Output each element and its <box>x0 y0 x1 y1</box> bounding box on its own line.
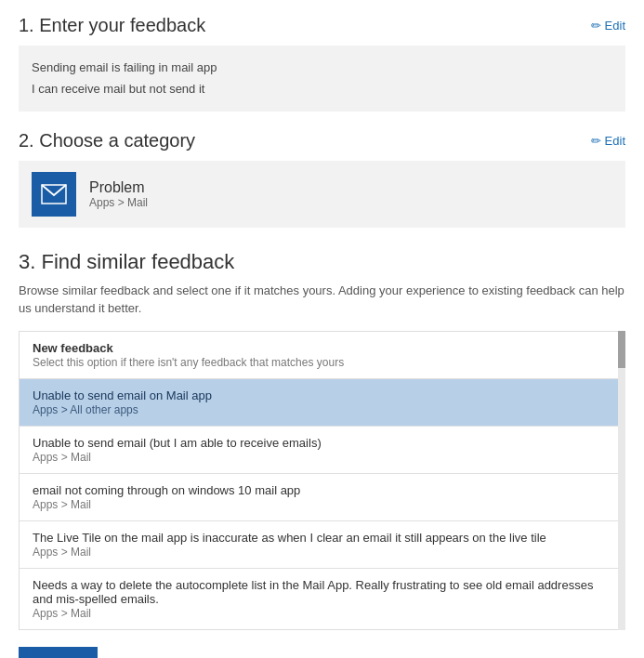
feedback-item-3[interactable]: The Live Tile on the mail app is inaccur… <box>20 521 624 569</box>
feedback-item-3-sub: Apps > Mail <box>33 546 611 559</box>
scrollbar-thumb[interactable] <box>618 331 625 368</box>
feedback-item-4-title: Needs a way to delete the autocomplete l… <box>33 578 611 606</box>
step2-title: 2. Choose a category <box>19 130 195 151</box>
feedback-item-0-sub: Apps > All other apps <box>33 403 611 416</box>
step2-edit-link[interactable]: ✏ Edit <box>591 134 625 148</box>
step3-section: 3. Find similar feedback Browse similar … <box>19 250 625 630</box>
feedback-item-new-sub: Select this option if there isn't any fe… <box>33 356 611 369</box>
step1-edit-label: Edit <box>605 19 625 33</box>
feedback-item-4-sub: Apps > Mail <box>33 607 611 620</box>
feedback-line-2: I can receive mail but not send it <box>32 78 612 99</box>
feedback-item-new-title: New feedback <box>33 341 611 355</box>
feedback-item-2-title: email not coming through on windows 10 m… <box>33 483 611 497</box>
step2-edit-label: Edit <box>605 134 625 148</box>
envelope-icon <box>41 184 67 204</box>
similar-feedback-list: New feedback Select this option if there… <box>19 331 625 630</box>
feedback-item-2[interactable]: email not coming through on windows 10 m… <box>20 474 624 521</box>
edit-pencil-icon-2: ✏ <box>591 134 601 148</box>
category-box: Problem Apps > Mail <box>19 161 625 228</box>
feedback-item-0-title: Unable to send email on Mail app <box>33 388 611 402</box>
step1-title: 1. Enter your feedback <box>19 15 205 36</box>
step3-description: Browse similar feedback and select one i… <box>19 282 625 318</box>
category-info: Problem Apps > Mail <box>89 179 148 209</box>
feedback-item-1-sub: Apps > Mail <box>33 451 611 464</box>
feedback-item-2-sub: Apps > Mail <box>33 498 611 511</box>
step1-edit-link[interactable]: ✏ Edit <box>591 19 625 33</box>
scrollbar-track <box>618 331 625 630</box>
feedback-line-1: Sending email is failing in mail app <box>32 57 612 78</box>
step2-section: 2. Choose a category ✏ Edit Problem Apps… <box>19 130 625 228</box>
feedback-item-4[interactable]: Needs a way to delete the autocomplete l… <box>20 569 624 629</box>
feedback-item-1[interactable]: Unable to send email (but I am able to r… <box>20 427 624 474</box>
next-button[interactable]: Next <box>19 647 98 658</box>
feedback-item-3-title: The Live Tile on the mail app is inaccur… <box>33 531 611 545</box>
category-type: Problem <box>89 179 148 196</box>
step2-header: 2. Choose a category ✏ Edit <box>19 130 625 151</box>
category-sub: Apps > Mail <box>89 196 148 209</box>
step1-header: 1. Enter your feedback ✏ Edit <box>19 15 625 36</box>
feedback-item-1-title: Unable to send email (but I am able to r… <box>33 436 611 450</box>
step1-section: 1. Enter your feedback ✏ Edit Sending em… <box>19 15 625 112</box>
step3-title: 3. Find similar feedback <box>19 250 625 274</box>
step1-feedback-box: Sending email is failing in mail app I c… <box>19 46 625 112</box>
feedback-item-new[interactable]: New feedback Select this option if there… <box>20 332 624 379</box>
edit-pencil-icon: ✏ <box>591 19 601 33</box>
category-icon <box>32 172 76 217</box>
feedback-items-container: New feedback Select this option if there… <box>19 331 625 630</box>
feedback-item-0[interactable]: Unable to send email on Mail app Apps > … <box>20 379 624 427</box>
